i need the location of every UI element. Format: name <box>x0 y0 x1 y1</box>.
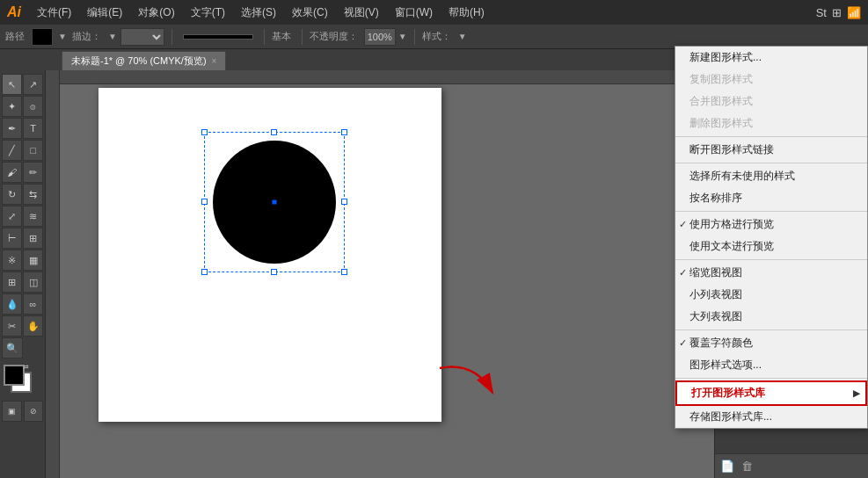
zoom-tool[interactable]: 🔍 <box>2 337 23 358</box>
fill-color-btn[interactable]: ▣ <box>2 401 22 422</box>
blend-tool[interactable]: ∞ <box>23 293 43 315</box>
no-fill-btn[interactable]: ⊘ <box>24 401 44 422</box>
dropdown-item-break-link[interactable]: 断开图形样式链接 <box>675 139 867 161</box>
dropdown-item-merge-style: 合并图形样式 <box>675 91 867 112</box>
dropdown-separator <box>675 163 867 163</box>
dropdown-item-select-unused[interactable]: 选择所有未使用的样式 <box>675 165 867 187</box>
rect-tool[interactable]: □ <box>23 140 43 161</box>
dropdown-item-label-use-text-preview: 使用文本进行预览 <box>689 239 774 254</box>
selected-shape-container[interactable] <box>204 132 345 272</box>
symbol-tool[interactable]: ※ <box>2 250 22 271</box>
separator-2 <box>264 29 265 45</box>
hand-tool[interactable]: ✋ <box>23 315 43 337</box>
stroke-weight-select[interactable] <box>120 28 164 46</box>
scale-tool[interactable]: ⤢ <box>2 206 22 227</box>
select-tool[interactable]: ↖ <box>2 74 22 95</box>
dropdown-separator <box>675 330 867 330</box>
dropdown-item-new-style[interactable]: 新建图形样式... <box>675 47 867 69</box>
stroke-label: 描边： <box>72 30 101 43</box>
handle-bottom-left[interactable] <box>201 269 208 275</box>
dropdown-item-duplicate-style: 复制图形样式 <box>675 69 867 91</box>
pencil-tool[interactable]: ✏ <box>23 162 43 183</box>
arrow-icon: ▼ <box>58 32 67 41</box>
title-bar: Ai 文件(F)编辑(E)对象(O)文字(T)选择(S)效果(C)视图(V)窗口… <box>0 0 868 25</box>
handle-top-center[interactable] <box>271 129 277 135</box>
type-tool[interactable]: T <box>23 118 43 139</box>
stroke-color-swatch[interactable] <box>32 28 53 46</box>
rotate-tool[interactable]: ↻ <box>2 184 22 205</box>
scissors-tool[interactable]: ✂ <box>2 315 22 337</box>
lasso-tool[interactable]: ⌾ <box>23 96 43 117</box>
menu-item-view[interactable]: 视图(V) <box>337 4 386 22</box>
menu-item-text[interactable]: 文字(T) <box>184 4 232 22</box>
tool-row-13: 🔍 <box>2 337 43 358</box>
menu-item-file[interactable]: 文件(F) <box>30 4 78 22</box>
dropdown-item-label-duplicate-style: 复制图形样式 <box>689 72 753 87</box>
tool-row-1: ↖ ↗ <box>2 74 43 95</box>
warp-tool[interactable]: ≋ <box>23 206 43 227</box>
eyedropper-tool[interactable]: 💧 <box>2 293 22 315</box>
handle-middle-right[interactable] <box>341 199 347 205</box>
dropdown-item-open-library[interactable]: 打开图形样式库▶ <box>675 380 867 406</box>
top-right-icons: St ⊞ 📶 <box>816 6 861 19</box>
handle-bottom-right[interactable] <box>341 269 347 275</box>
dropdown-item-small-list[interactable]: 小列表视图 <box>675 284 867 306</box>
pen-tool[interactable]: ✒ <box>2 118 22 139</box>
menu-item-select[interactable]: 选择(S) <box>234 4 283 22</box>
free-transform-tool[interactable]: ⊞ <box>23 228 43 249</box>
menu-item-effect[interactable]: 效果(C) <box>285 4 335 22</box>
dropdown-item-sort-name[interactable]: 按名称排序 <box>675 187 867 209</box>
brush-icon[interactable]: St <box>816 6 827 19</box>
tool-row-11: 💧 ∞ <box>2 293 43 315</box>
red-arrow-indicator <box>433 352 503 408</box>
menu-item-help[interactable]: 帮助(H) <box>441 4 492 22</box>
wifi-icon[interactable]: 📶 <box>847 6 861 19</box>
line-tool[interactable]: ╱ <box>2 140 22 161</box>
dropdown-item-label-large-list: 大列表视图 <box>689 309 742 324</box>
dropdown-item-use-text-preview[interactable]: 使用文本进行预览 <box>675 235 867 257</box>
dropdown-item-save-library[interactable]: 存储图形样式库... <box>675 406 867 428</box>
dropdown-item-use-grid-preview[interactable]: ✓使用方格进行预览 <box>675 214 867 235</box>
handle-top-right[interactable] <box>341 129 347 135</box>
menu-bar: 文件(F)编辑(E)对象(O)文字(T)选择(S)效果(C)视图(V)窗口(W)… <box>30 4 492 22</box>
color-swatches-area: ⇄ <box>2 363 43 398</box>
arrange-icon[interactable]: ⊞ <box>832 6 842 19</box>
menu-item-window[interactable]: 窗口(W) <box>388 4 440 22</box>
dropdown-item-thumbnail-view[interactable]: ✓缩览图视图 <box>675 262 867 284</box>
delete-style-icon[interactable]: 🗑 <box>741 460 753 473</box>
dropdown-item-label-override-color: 覆盖字符颜色 <box>689 336 753 351</box>
magic-wand-tool[interactable]: ✦ <box>2 96 22 117</box>
opacity-input[interactable] <box>364 28 396 46</box>
ruler-vertical <box>46 70 60 478</box>
dropdown-item-large-list[interactable]: 大列表视图 <box>675 306 867 328</box>
canvas-document <box>98 88 441 422</box>
dropdown-separator <box>675 211 867 212</box>
app-logo: Ai <box>7 4 21 20</box>
dropdown-separator <box>675 378 867 379</box>
width-tool[interactable]: ⊢ <box>2 228 22 249</box>
column-graph-tool[interactable]: ▦ <box>23 250 43 271</box>
dropdown-item-label-delete-style: 删除图形样式 <box>689 116 753 131</box>
shape-center-point <box>273 200 277 205</box>
menu-item-object[interactable]: 对象(O) <box>131 4 181 22</box>
handle-top-left[interactable] <box>201 129 208 135</box>
mesh-tool[interactable]: ⊞ <box>2 272 22 293</box>
dropdown-item-override-color[interactable]: ✓覆盖字符颜色 <box>675 332 867 354</box>
menu-item-edit[interactable]: 编辑(E) <box>80 4 129 22</box>
handle-middle-left[interactable] <box>201 199 208 205</box>
handle-bottom-center[interactable] <box>271 269 277 275</box>
opacity-group: 不透明度： ▼ <box>310 28 407 46</box>
main-area: ↖ ↗ ✦ ⌾ ✒ T ╱ □ 🖌 ✏ ↻ ⇆ ⤢ ≋ ⊢ ⊞ <box>0 70 868 478</box>
dropdown-item-label-new-style: 新建图形样式... <box>689 50 762 65</box>
dropdown-item-style-options[interactable]: 图形样式选项... <box>675 354 867 376</box>
tab-close-button[interactable]: × <box>212 56 217 66</box>
paintbrush-tool[interactable]: 🖌 <box>2 162 22 183</box>
new-style-icon[interactable]: 📄 <box>720 460 734 473</box>
gradient-tool[interactable]: ◫ <box>23 272 43 293</box>
direct-select-tool[interactable]: ↗ <box>23 74 43 95</box>
foreground-color-swatch[interactable] <box>4 365 25 386</box>
reflect-tool[interactable]: ⇆ <box>23 184 43 205</box>
swap-colors-button[interactable]: ⇄ <box>23 363 29 371</box>
submenu-arrow-icon: ▶ <box>853 388 860 398</box>
document-tab[interactable]: 未标题-1* @ 70% (CMYK/预览) × <box>62 51 226 70</box>
